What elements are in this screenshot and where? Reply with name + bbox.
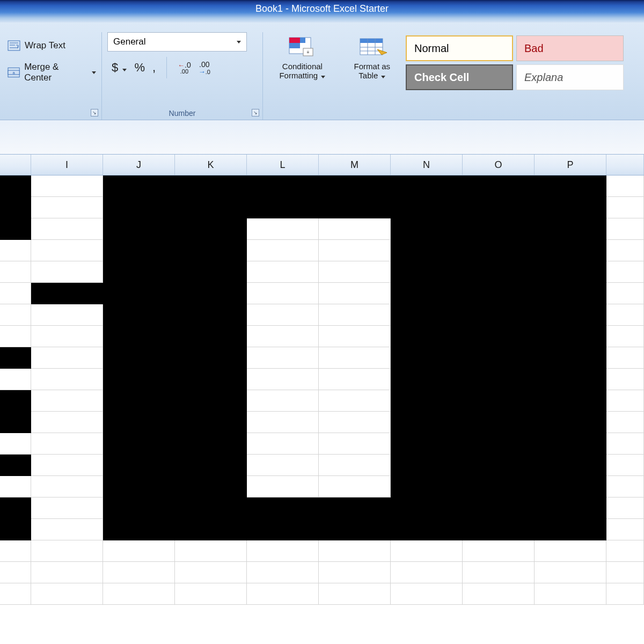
cell[interactable] — [247, 583, 319, 605]
cell[interactable] — [606, 562, 644, 583]
cell[interactable] — [103, 369, 175, 390]
cell[interactable] — [247, 497, 319, 519]
cell[interactable] — [535, 583, 606, 605]
cell[interactable] — [31, 197, 103, 218]
cell[interactable] — [0, 497, 31, 519]
cell[interactable] — [0, 390, 31, 412]
cell[interactable] — [535, 369, 606, 390]
cell[interactable] — [319, 197, 391, 218]
cell[interactable] — [463, 519, 535, 540]
column-header[interactable]: M — [319, 155, 391, 175]
cell[interactable] — [175, 540, 247, 562]
cell[interactable] — [247, 326, 319, 347]
cell[interactable] — [606, 283, 644, 304]
cell[interactable] — [463, 455, 535, 476]
cell[interactable] — [463, 326, 535, 347]
cell[interactable] — [0, 240, 31, 261]
cell[interactable] — [103, 261, 175, 283]
cell[interactable] — [247, 433, 319, 455]
cell[interactable] — [0, 369, 31, 390]
cell[interactable] — [606, 433, 644, 455]
cell[interactable] — [31, 390, 103, 412]
cell[interactable] — [31, 240, 103, 261]
cell[interactable] — [463, 369, 535, 390]
cell[interactable] — [31, 369, 103, 390]
cell[interactable] — [535, 283, 606, 304]
cell[interactable] — [319, 283, 391, 304]
cell[interactable] — [175, 197, 247, 218]
cell[interactable] — [319, 261, 391, 283]
cell[interactable] — [319, 519, 391, 540]
cell[interactable] — [463, 562, 535, 583]
cell[interactable] — [247, 390, 319, 412]
cell[interactable] — [606, 218, 644, 240]
cell[interactable] — [247, 240, 319, 261]
cell[interactable] — [463, 304, 535, 326]
cell[interactable] — [463, 261, 535, 283]
cell[interactable] — [319, 218, 391, 240]
spreadsheet[interactable]: I J K L M N O P — [0, 155, 644, 605]
cell[interactable] — [391, 326, 463, 347]
cell[interactable] — [391, 540, 463, 562]
cell[interactable] — [175, 283, 247, 304]
format-as-table-button[interactable]: Format as Table — [347, 35, 397, 80]
cell[interactable] — [319, 476, 391, 497]
cell[interactable] — [606, 519, 644, 540]
cell[interactable] — [463, 197, 535, 218]
percent-button[interactable]: % — [134, 61, 145, 75]
cell-style-explanatory[interactable]: Explana — [516, 64, 624, 90]
cell[interactable] — [31, 455, 103, 476]
cell[interactable] — [31, 283, 103, 304]
column-header[interactable] — [0, 155, 31, 175]
cell[interactable] — [463, 175, 535, 197]
cell[interactable] — [31, 347, 103, 369]
cell[interactable] — [175, 497, 247, 519]
cell[interactable] — [535, 476, 606, 497]
cell[interactable] — [391, 197, 463, 218]
cell[interactable] — [0, 304, 31, 326]
cell[interactable] — [175, 326, 247, 347]
cell-grid[interactable] — [0, 175, 644, 605]
cell[interactable] — [319, 455, 391, 476]
cell[interactable] — [31, 476, 103, 497]
cell[interactable] — [31, 562, 103, 583]
cell[interactable] — [606, 326, 644, 347]
cell[interactable] — [103, 175, 175, 197]
cell[interactable] — [606, 240, 644, 261]
decrease-decimal-button[interactable]: .00→.0 — [199, 61, 210, 75]
cell[interactable] — [103, 583, 175, 605]
column-header[interactable]: I — [31, 155, 103, 175]
cell[interactable] — [606, 497, 644, 519]
cell[interactable] — [0, 218, 31, 240]
cell[interactable] — [247, 175, 319, 197]
cell[interactable] — [103, 412, 175, 433]
cell[interactable] — [103, 304, 175, 326]
cell[interactable] — [31, 326, 103, 347]
cell[interactable] — [31, 433, 103, 455]
cell[interactable] — [0, 562, 31, 583]
cell[interactable] — [535, 497, 606, 519]
cell[interactable] — [391, 583, 463, 605]
cell[interactable] — [0, 476, 31, 497]
cell[interactable] — [175, 304, 247, 326]
cell[interactable] — [391, 519, 463, 540]
cell[interactable] — [175, 476, 247, 497]
cell[interactable] — [535, 519, 606, 540]
cell[interactable] — [319, 326, 391, 347]
cell[interactable] — [606, 347, 644, 369]
cell[interactable] — [606, 540, 644, 562]
cell[interactable] — [463, 540, 535, 562]
increase-decimal-button[interactable]: ←.0.00 — [178, 61, 191, 75]
cell[interactable] — [103, 519, 175, 540]
cell[interactable] — [606, 476, 644, 497]
cell[interactable] — [391, 218, 463, 240]
cell[interactable] — [463, 583, 535, 605]
cell[interactable] — [103, 197, 175, 218]
cell[interactable] — [0, 347, 31, 369]
cell[interactable] — [103, 540, 175, 562]
cell[interactable] — [391, 455, 463, 476]
cell[interactable] — [175, 369, 247, 390]
cell[interactable] — [391, 240, 463, 261]
cell[interactable] — [0, 583, 31, 605]
cell[interactable] — [175, 455, 247, 476]
